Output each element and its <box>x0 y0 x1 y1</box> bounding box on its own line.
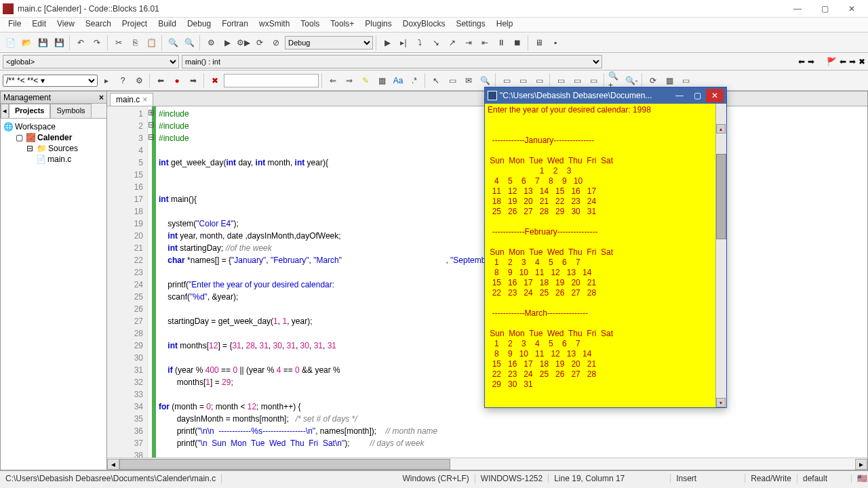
rebuild-icon[interactable]: ⟳ <box>252 35 267 50</box>
undo-icon[interactable]: ↶ <box>73 35 88 50</box>
debug-windows-icon[interactable]: 🖥 <box>532 35 547 50</box>
management-close-icon[interactable]: × <box>99 93 104 102</box>
t5-icon[interactable]: ▭ <box>570 73 585 88</box>
tree-sources[interactable]: ⊟📁Sources <box>3 143 104 154</box>
match-case-icon[interactable]: Aa <box>391 73 406 88</box>
menu-fortran[interactable]: Fortran <box>216 18 254 32</box>
editor-hscrollbar[interactable]: ◂ ▸ <box>107 458 867 470</box>
tab-close-icon[interactable]: × <box>142 95 147 104</box>
new-file-icon[interactable]: 📄 <box>3 35 18 50</box>
expand-icon[interactable]: ▢ <box>14 133 24 142</box>
tree-file-mainc[interactable]: 📄main.c <box>3 154 104 165</box>
run-to-cursor-icon[interactable]: ▸| <box>396 35 411 50</box>
tab-projects[interactable]: Projects <box>9 104 50 118</box>
scroll-right-icon[interactable]: ▸ <box>855 459 867 470</box>
maximize-button[interactable]: ▢ <box>811 1 838 16</box>
menu-file[interactable]: File <box>3 18 26 32</box>
stop-debug-icon[interactable]: ⏹ <box>510 35 525 50</box>
replace-icon[interactable]: 🔍 <box>182 35 197 50</box>
copy-icon[interactable]: ⎘ <box>127 35 142 50</box>
select-icon[interactable]: ▭ <box>445 73 460 88</box>
doxy-chm-icon[interactable]: ? <box>115 73 130 88</box>
mail-icon[interactable]: ✉ <box>461 73 476 88</box>
clear-icon[interactable]: ✖ <box>208 73 222 88</box>
next-instr-icon[interactable]: ⇥ <box>461 35 476 50</box>
minimize-button[interactable]: ― <box>784 1 811 16</box>
open-file-icon[interactable]: 📂 <box>19 35 34 50</box>
mgmt-tab-left-icon[interactable]: ◂ <box>1 104 9 118</box>
scroll-left-icon[interactable]: ◂ <box>107 459 119 470</box>
step-into-icon[interactable]: ↘ <box>429 35 443 50</box>
t6-icon[interactable]: ▭ <box>586 73 601 88</box>
step-out-icon[interactable]: ↗ <box>445 35 460 50</box>
menu-help[interactable]: Help <box>491 18 519 32</box>
jump-back-icon[interactable]: ⬅ <box>798 57 805 66</box>
zoom-out-icon[interactable]: 🔍- <box>624 73 639 88</box>
jump-fwd-icon[interactable]: ➡ <box>808 57 814 66</box>
next-line-icon[interactable]: ⤵ <box>412 35 427 50</box>
scope-left-select[interactable]: <global> <box>3 55 179 68</box>
t1-icon[interactable]: ▭ <box>499 73 514 88</box>
console-titlebar[interactable]: "C:\Users\Debasish Debasree\Documen... ―… <box>485 87 726 104</box>
lang-icon[interactable]: 🇺🇸 <box>852 474 868 483</box>
console-output[interactable]: Enter the year of your desired calendar:… <box>485 104 726 407</box>
t4-icon[interactable]: ▭ <box>553 73 568 88</box>
t2-icon[interactable]: ▭ <box>515 73 530 88</box>
debug-continue-icon[interactable]: ▶ <box>380 35 395 50</box>
build-run-icon[interactable]: ⚙▶ <box>236 35 251 50</box>
next-icon[interactable]: ➡ <box>186 73 201 88</box>
console-maximize-button[interactable]: ▢ <box>688 89 706 102</box>
console-close-button[interactable]: ✕ <box>706 89 724 102</box>
zoom-in-icon[interactable]: 🔍+ <box>608 73 623 88</box>
back-nav-icon[interactable]: ⇐ <box>326 73 340 88</box>
step-instr-icon[interactable]: ⇤ <box>477 35 492 50</box>
prev-icon[interactable]: ⬅ <box>153 73 168 88</box>
search-input[interactable] <box>224 74 319 87</box>
menu-doxyblocks[interactable]: DoxyBlocks <box>397 18 451 32</box>
expand-icon[interactable]: ⊟ <box>25 144 35 153</box>
project-tree[interactable]: 🌐Workspace ▢🧱Calender ⊟📁Sources 📄main.c <box>1 119 106 470</box>
console-scroll-thumb[interactable] <box>716 154 726 239</box>
doxy-run-icon[interactable]: ▸ <box>99 73 114 88</box>
tree-workspace[interactable]: 🌐Workspace <box>3 121 104 132</box>
cursor-icon[interactable]: ↖ <box>429 73 443 88</box>
paste-icon[interactable]: 📋 <box>144 35 159 50</box>
close-button[interactable]: ✕ <box>838 1 865 16</box>
scroll-thumb[interactable] <box>119 459 450 470</box>
menu-search[interactable]: Search <box>80 18 117 32</box>
break-icon[interactable]: ⏸ <box>494 35 509 50</box>
refresh-icon[interactable]: ⟳ <box>646 73 660 88</box>
doxy-cfg-icon[interactable]: ⚙ <box>132 73 146 88</box>
menu-view[interactable]: View <box>52 18 80 32</box>
bookmark-next-icon[interactable]: ➡ <box>849 57 856 66</box>
console-scrollbar[interactable]: ▴ ▾ <box>715 104 726 407</box>
build-target-select[interactable]: Debug <box>285 36 373 49</box>
console-minimize-button[interactable]: ― <box>671 89 688 102</box>
console-scroll-up-icon[interactable]: ▴ <box>716 124 726 134</box>
zoom-icon[interactable]: 🔍 <box>477 73 492 88</box>
tree-project[interactable]: ▢🧱Calender <box>3 132 104 143</box>
selection-icon[interactable]: ▦ <box>374 73 389 88</box>
menu-project[interactable]: Project <box>117 18 153 32</box>
t3-icon[interactable]: ▭ <box>532 73 547 88</box>
grid-icon[interactable]: ▦ <box>662 73 677 88</box>
breakpoint-icon[interactable]: ● <box>170 73 184 88</box>
menu-plugins[interactable]: Plugins <box>359 18 397 32</box>
abort-icon[interactable]: ⊘ <box>269 35 283 50</box>
save-icon[interactable]: 💾 <box>35 35 50 50</box>
find-icon[interactable]: 🔍 <box>165 35 180 50</box>
fold-marker-column[interactable]: ⊞⊟⊟ <box>148 106 156 458</box>
menu-build[interactable]: Build <box>153 18 182 32</box>
redo-icon[interactable]: ↷ <box>90 35 104 50</box>
menu-edit[interactable]: Edit <box>26 18 52 32</box>
run-icon[interactable]: ▶ <box>220 35 235 50</box>
build-icon[interactable]: ⚙ <box>203 35 218 50</box>
console-scroll-down-icon[interactable]: ▾ <box>716 398 726 407</box>
highlight-icon[interactable]: ✎ <box>358 73 373 88</box>
more-icon[interactable]: ▭ <box>678 73 693 88</box>
info-icon[interactable]: ▪ <box>548 35 563 50</box>
console-window[interactable]: "C:\Users\Debasish Debasree\Documen... ―… <box>484 87 727 408</box>
bookmark-clear-icon[interactable]: ✖ <box>859 57 865 66</box>
save-all-icon[interactable]: 💾 <box>52 35 66 50</box>
regex-icon[interactable]: .* <box>407 73 422 88</box>
